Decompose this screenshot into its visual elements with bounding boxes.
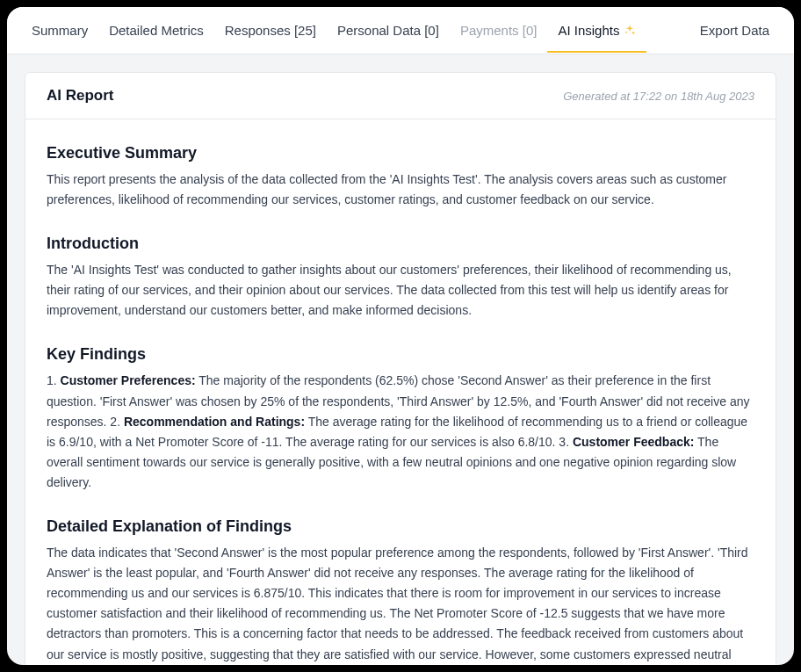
tab-bar: Summary Detailed Metrics Responses [25] … [7,7,794,54]
tab-ai-insights[interactable]: AI Insights [547,9,646,53]
bold-text: Customer Preferences: [61,373,196,387]
tab-payments[interactable]: Payments [0] [450,9,548,53]
section-executive-summary: Executive Summary This report presents t… [47,144,754,210]
tab-responses[interactable]: Responses [25] [214,9,327,53]
section-key-findings: Key Findings 1. Customer Preferences: Th… [47,345,754,493]
export-label: Export Data [700,23,769,38]
tab-label: Payments [0] [460,23,538,38]
section-body: This report presents the analysis of the… [47,170,754,210]
section-body: The 'AI Insights Test' was conducted to … [47,260,754,321]
bold-text: Recommendation and Ratings: [124,415,305,429]
content-area: AI Report Generated at 17:22 on 18th Aug… [7,54,794,665]
section-body: The data indicates that 'Second Answer' … [47,543,754,665]
report-card: AI Report Generated at 17:22 on 18th Aug… [25,72,776,665]
section-heading: Key Findings [47,345,754,364]
section-introduction: Introduction The 'AI Insights Test' was … [47,235,754,321]
generated-timestamp: Generated at 17:22 on 18th Aug 2023 [563,90,754,103]
card-body: Executive Summary This report presents t… [25,119,776,665]
section-body: 1. Customer Preferences: The majority of… [47,371,754,493]
section-detailed-explanation: Detailed Explanation of Findings The dat… [47,517,754,665]
tab-label: AI Insights [558,23,619,38]
card-header: AI Report Generated at 17:22 on 18th Aug… [25,73,776,119]
tab-label: Personal Data [0] [337,23,439,38]
sparkle-icon [624,24,636,36]
section-heading: Introduction [47,235,754,253]
tab-detailed-metrics[interactable]: Detailed Metrics [98,9,214,53]
section-heading: Detailed Explanation of Findings [47,517,754,536]
section-heading: Executive Summary [47,144,754,163]
app-window: Summary Detailed Metrics Responses [25] … [7,7,794,665]
tab-label: Responses [25] [225,23,316,38]
tab-label: Summary [32,23,88,38]
tab-label: Detailed Metrics [109,23,204,38]
tab-personal-data[interactable]: Personal Data [0] [327,9,450,53]
report-title: AI Report [47,87,114,105]
bold-text: Customer Feedback: [573,435,694,449]
export-data-link[interactable]: Export Data [700,23,773,38]
text: 1. [47,373,61,387]
tab-summary[interactable]: Summary [28,9,98,53]
